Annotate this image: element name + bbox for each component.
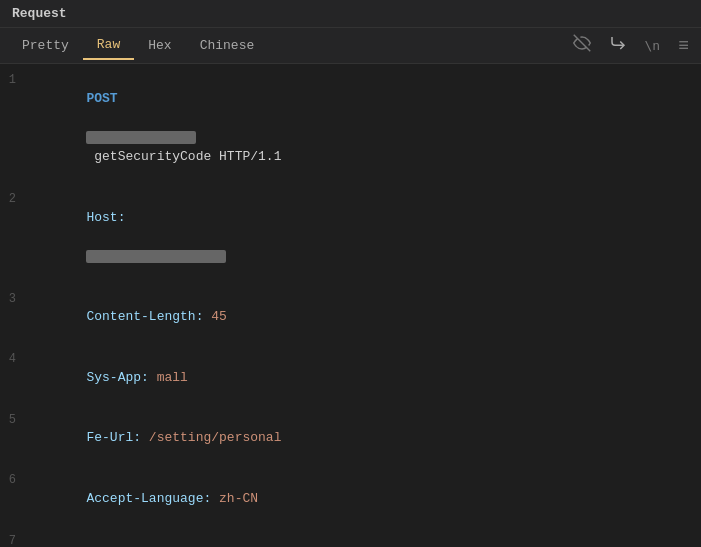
request-panel: Request Pretty Raw Hex Chinese xyxy=(0,0,701,547)
menu-icon[interactable]: ≡ xyxy=(674,34,693,58)
line-7: 7 User-Agent: Mozilla/5.0 (Windows NT 10… xyxy=(0,529,701,548)
line-2: 2 Host: xyxy=(0,187,701,287)
line-5: 5 Fe-Url: /setting/personal xyxy=(0,408,701,469)
wrap-icon[interactable] xyxy=(605,32,631,59)
tab-chinese[interactable]: Chinese xyxy=(186,32,269,59)
tab-pretty[interactable]: Pretty xyxy=(8,32,83,59)
line-1: 1 POST getSecurityCode HTTP/1.1 xyxy=(0,68,701,187)
tab-hex[interactable]: Hex xyxy=(134,32,185,59)
redacted-url xyxy=(86,131,196,144)
panel-title: Request xyxy=(0,0,701,28)
eye-off-icon[interactable] xyxy=(569,32,595,59)
line-3: 3 Content-Length: 45 xyxy=(0,287,701,348)
tab-actions: \n ≡ xyxy=(569,32,693,59)
content-area[interactable]: 1 POST getSecurityCode HTTP/1.1 2 Host: … xyxy=(0,64,701,547)
newline-icon[interactable]: \n xyxy=(641,36,665,55)
tab-raw[interactable]: Raw xyxy=(83,31,134,60)
line-4: 4 Sys-App: mall xyxy=(0,347,701,408)
line-6: 6 Accept-Language: zh-CN xyxy=(0,468,701,529)
redacted-host xyxy=(86,250,226,263)
tabs-bar: Pretty Raw Hex Chinese \n ≡ xyxy=(0,28,701,64)
